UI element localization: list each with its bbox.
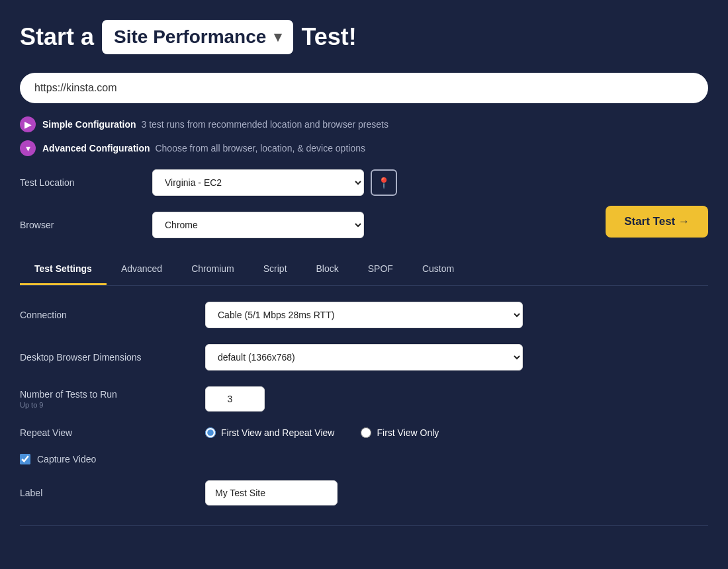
dimensions-select[interactable]: default (1366x768) 1024x768 1920x1080 25… xyxy=(205,344,523,371)
tab-custom[interactable]: Custom xyxy=(408,254,469,285)
radio-first-repeat-label: First View and Repeat View xyxy=(221,427,334,438)
radio-first-repeat-input[interactable] xyxy=(205,427,216,438)
repeat-view-label: Repeat View xyxy=(20,427,205,438)
radio-first-repeat[interactable]: First View and Repeat View xyxy=(205,427,334,438)
tab-advanced[interactable]: Advanced xyxy=(107,254,177,285)
settings-content: Connection Cable (5/1 Mbps 28ms RTT) DSL… xyxy=(20,286,708,505)
tab-script[interactable]: Script xyxy=(249,254,302,285)
connection-row: Connection Cable (5/1 Mbps 28ms RTT) DSL… xyxy=(20,302,708,328)
capture-video-checkbox[interactable] xyxy=(20,454,30,464)
simple-config-option[interactable]: ▶ Simple Configuration 3 test runs from … xyxy=(20,116,708,132)
test-location-controls: Virginia - EC2 California - EC2 New York… xyxy=(152,169,708,196)
connection-label: Connection xyxy=(20,310,205,320)
num-tests-sublabel: Up to 9 xyxy=(20,401,205,409)
simple-config-icon: ▶ xyxy=(20,116,36,132)
label-field-label: Label xyxy=(20,488,205,498)
start-test-button[interactable]: Start Test → xyxy=(606,206,708,238)
tab-block[interactable]: Block xyxy=(302,254,353,285)
advanced-config-description: Choose from all browser, location, & dev… xyxy=(155,143,365,153)
simple-config-label: Simple Configuration xyxy=(42,119,136,130)
test-location-row: Test Location Virginia - EC2 California … xyxy=(20,169,708,196)
browser-label: Browser xyxy=(20,220,152,230)
tab-test-settings[interactable]: Test Settings xyxy=(20,254,107,285)
advanced-section: Test Location Virginia - EC2 California … xyxy=(20,169,708,505)
location-pin-icon: 📍 xyxy=(377,177,390,189)
capture-video-label: Capture Video xyxy=(37,454,96,464)
radio-first-only-label: First View Only xyxy=(377,427,439,438)
chevron-down-icon: ▾ xyxy=(274,28,281,46)
simple-config-description: 3 test runs from recommended location an… xyxy=(141,119,388,130)
bottom-divider xyxy=(20,525,708,526)
radio-first-only[interactable]: First View Only xyxy=(361,427,439,438)
label-input[interactable] xyxy=(205,480,338,505)
dimensions-row: Desktop Browser Dimensions default (1366… xyxy=(20,344,708,371)
test-location-select[interactable]: Virginia - EC2 California - EC2 New York… xyxy=(152,169,364,196)
test-location-label: Test Location xyxy=(20,177,152,188)
page-header: Start a Site Performance ▾ Test! xyxy=(20,20,708,54)
url-input[interactable] xyxy=(20,73,708,103)
num-tests-label: Number of Tests to Run Up to 9 xyxy=(20,389,205,409)
tabs-list: Test Settings Advanced Chromium Script B… xyxy=(20,254,708,285)
browser-controls: Chrome Firefox Safari Edge xyxy=(152,212,606,238)
advanced-config-label: Advanced Configuration xyxy=(42,143,150,153)
repeat-view-radio-group: First View and Repeat View First View On… xyxy=(205,427,439,438)
tabs-section: Test Settings Advanced Chromium Script B… xyxy=(20,254,708,286)
label-row: Label xyxy=(20,480,708,505)
repeat-view-row: Repeat View First View and Repeat View F… xyxy=(20,427,708,438)
test-type-label: Site Performance xyxy=(114,26,266,48)
header-prefix: Start a xyxy=(20,23,94,51)
advanced-config-icon: ▾ xyxy=(20,140,36,156)
num-tests-input[interactable] xyxy=(205,386,265,412)
location-pin-button[interactable]: 📍 xyxy=(371,169,397,196)
browser-select[interactable]: Chrome Firefox Safari Edge xyxy=(152,212,364,238)
url-input-container xyxy=(20,73,708,103)
advanced-config-option[interactable]: ▾ Advanced Configuration Choose from all… xyxy=(20,140,708,156)
header-suffix: Test! xyxy=(301,23,356,51)
browser-row: Browser Chrome Firefox Safari Edge Start… xyxy=(20,212,708,238)
capture-video-row: Capture Video xyxy=(20,454,708,464)
tab-chromium[interactable]: Chromium xyxy=(177,254,249,285)
radio-first-only-input[interactable] xyxy=(361,427,371,438)
tab-spof[interactable]: SPOF xyxy=(353,254,408,285)
num-tests-row: Number of Tests to Run Up to 9 xyxy=(20,386,708,412)
test-type-dropdown[interactable]: Site Performance ▾ xyxy=(102,20,293,54)
dimensions-label: Desktop Browser Dimensions xyxy=(20,352,205,363)
connection-select[interactable]: Cable (5/1 Mbps 28ms RTT) DSL (1.5 Mbps/… xyxy=(205,302,523,328)
